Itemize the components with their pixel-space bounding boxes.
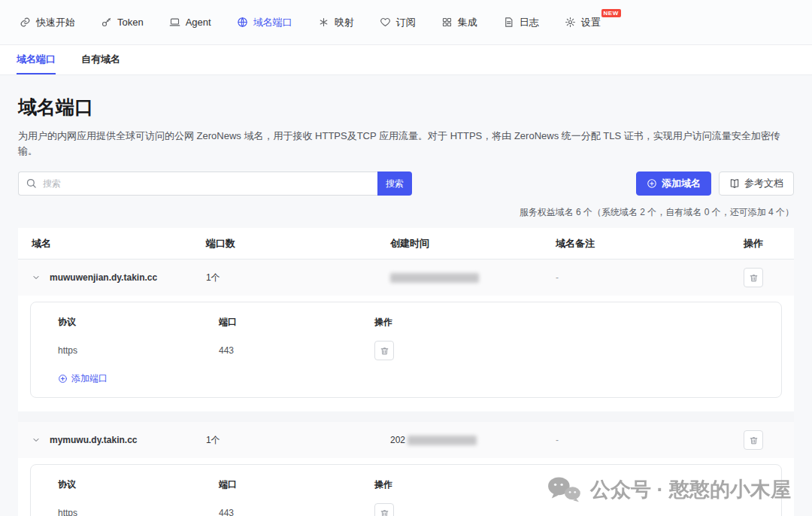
- toolbar: 搜索 添加域名 参考文档: [18, 171, 794, 196]
- nav-item-mapping[interactable]: 映射: [318, 16, 354, 29]
- created-time: [390, 272, 556, 283]
- trash-icon: [749, 273, 759, 283]
- table-header-row: 域名 端口数 创建时间 域名备注 操作: [18, 228, 794, 260]
- reference-docs-label: 参考文档: [744, 177, 783, 190]
- trash-icon: [380, 508, 389, 516]
- search-group: 搜索: [18, 171, 412, 196]
- file-icon: [503, 17, 514, 28]
- nav-item-quickstart[interactable]: 快速开始: [20, 16, 75, 29]
- link-icon: [20, 17, 31, 28]
- port-value: 443: [219, 508, 374, 516]
- plus-circle-icon: [58, 374, 68, 384]
- sub-table-row: https 443: [31, 503, 781, 516]
- port-value: 443: [219, 345, 374, 356]
- redacted-date: [408, 436, 477, 445]
- expanded-detail: 协议 端口 操作 https 443 添加端口: [18, 458, 794, 516]
- nav-label: Token: [117, 17, 144, 28]
- nav-item-subscription[interactable]: 订阅: [380, 16, 416, 29]
- search-button[interactable]: 搜索: [377, 171, 412, 196]
- sub-header-actions: 操作: [374, 316, 781, 329]
- chevron-down-icon[interactable]: [32, 273, 41, 282]
- nav-label: 快速开始: [36, 16, 75, 29]
- expanded-detail: 协议 端口 操作 https 443 添加端口: [18, 296, 794, 411]
- toolbar-actions: 添加域名 参考文档: [636, 171, 794, 196]
- search-input[interactable]: [18, 171, 377, 196]
- page-description: 为用户的内网应用提供全球可访问的公网 ZeroNews 域名，用于接收 HTTP…: [18, 129, 794, 158]
- delete-domain-button[interactable]: [744, 430, 763, 450]
- book-icon: [729, 178, 740, 189]
- add-domain-button[interactable]: 添加域名: [636, 171, 711, 196]
- gear-icon: [565, 17, 576, 28]
- sub-header-actions: 操作: [374, 478, 781, 491]
- domain-name: muwuwenjian.dy.takin.cc: [50, 272, 157, 283]
- add-domain-label: 添加域名: [662, 177, 701, 190]
- chevron-down-icon[interactable]: [32, 436, 41, 445]
- nav-label: 映射: [335, 16, 354, 29]
- domain-name: mymuwu.dy.takin.cc: [50, 435, 137, 445]
- tab-own-domains[interactable]: 自有域名: [81, 45, 120, 74]
- nav-item-token[interactable]: Token: [101, 17, 144, 28]
- reference-docs-button[interactable]: 参考文档: [719, 171, 794, 196]
- nav-item-domain-ports[interactable]: 域名端口: [237, 16, 292, 29]
- header-port-count: 端口数: [206, 237, 390, 250]
- trash-icon: [380, 346, 389, 356]
- page-title: 域名端口: [18, 95, 794, 120]
- nav-item-agent[interactable]: Agent: [169, 17, 211, 28]
- nav-item-settings[interactable]: 设置 NEW: [565, 16, 601, 29]
- table-row: muwuwenjian.dy.takin.cc 1个 -: [18, 260, 794, 296]
- section-divider: [18, 411, 794, 422]
- sub-header-port: 端口: [219, 316, 374, 329]
- top-navigation: 快速开始 Token Agent 域名端口 映射 订阅 集成 日志: [0, 0, 812, 45]
- nav-label: 订阅: [396, 16, 416, 29]
- search-box: [18, 171, 377, 196]
- heart-icon: [380, 17, 391, 28]
- nav-label: 日志: [520, 16, 539, 29]
- nav-label: 设置: [581, 16, 601, 29]
- mapping-icon: [318, 17, 329, 28]
- nav-item-integration[interactable]: 集成: [441, 16, 477, 29]
- main-content: 域名端口 为用户的内网应用提供全球可访问的公网 ZeroNews 域名，用于接收…: [0, 75, 812, 516]
- quota-summary: 服务权益域名 6 个（系统域名 2 个，自有域名 0 个，还可添加 4 个）: [18, 206, 794, 219]
- domain-note: -: [556, 272, 744, 283]
- key-icon: [101, 17, 112, 28]
- globe-icon: [237, 17, 248, 28]
- delete-domain-button[interactable]: [744, 268, 763, 287]
- delete-port-button[interactable]: [374, 341, 394, 360]
- nav-item-logs[interactable]: 日志: [503, 16, 539, 29]
- header-note: 域名备注: [556, 237, 744, 250]
- sub-header-port: 端口: [219, 478, 374, 491]
- tab-domain-ports[interactable]: 域名端口: [17, 45, 56, 74]
- domain-table: 域名 端口数 创建时间 域名备注 操作 muwuwenjian.dy.takin…: [18, 228, 794, 516]
- port-count: 1个: [206, 434, 390, 447]
- port-detail-card: 协议 端口 操作 https 443 添加端口: [30, 464, 782, 516]
- created-time: 202: [390, 435, 556, 445]
- app-window: 快速开始 Token Agent 域名端口 映射 订阅 集成 日志: [0, 0, 812, 516]
- port-detail-card: 协议 端口 操作 https 443 添加端口: [30, 302, 782, 398]
- protocol-value: https: [31, 345, 219, 356]
- domain-note: -: [556, 435, 744, 445]
- new-badge: NEW: [601, 9, 621, 17]
- sub-header-protocol: 协议: [31, 316, 219, 329]
- sub-table-header: 协议 端口 操作: [31, 478, 781, 491]
- sub-table-row: https 443: [31, 341, 781, 360]
- nav-label: Agent: [186, 17, 211, 28]
- sub-tab-bar: 域名端口 自有域名: [0, 45, 812, 75]
- add-port-link[interactable]: 添加端口: [58, 372, 108, 385]
- redacted-date: [390, 273, 479, 283]
- nav-label: 集成: [458, 16, 477, 29]
- table-row: mymuwu.dy.takin.cc 1个 202 -: [18, 422, 794, 458]
- search-icon: [26, 178, 37, 189]
- add-port-label: 添加端口: [71, 372, 108, 385]
- header-actions: 操作: [744, 237, 794, 250]
- delete-port-button[interactable]: [374, 503, 394, 516]
- sub-table-header: 协议 端口 操作: [31, 316, 781, 329]
- header-created: 创建时间: [390, 237, 556, 250]
- grid-icon: [441, 17, 453, 28]
- header-domain: 域名: [18, 237, 206, 250]
- trash-icon: [749, 436, 759, 445]
- sub-header-protocol: 协议: [31, 478, 219, 491]
- plus-circle-icon: [647, 178, 657, 189]
- protocol-value: https: [31, 508, 219, 516]
- nav-label: 域名端口: [253, 16, 292, 29]
- port-count: 1个: [206, 272, 390, 284]
